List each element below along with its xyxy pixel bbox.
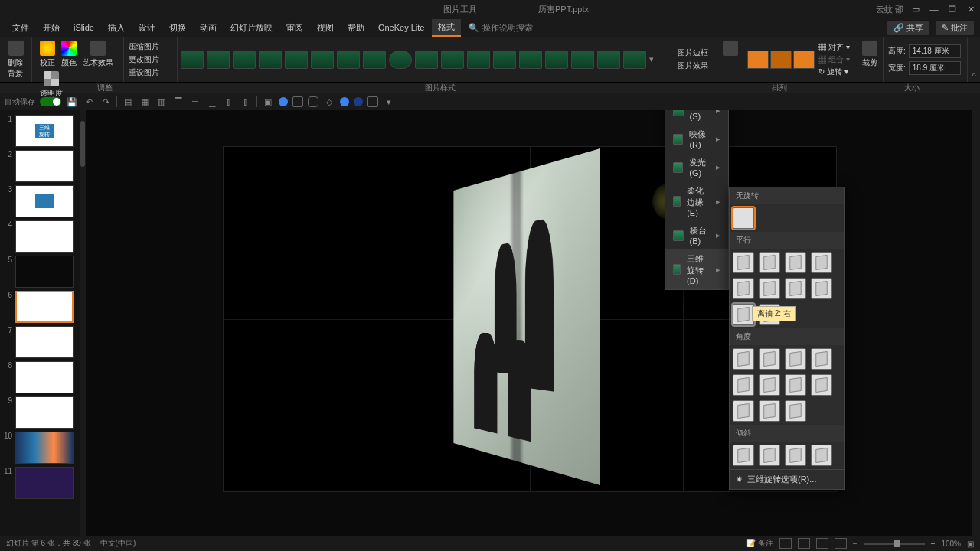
rotation-preset[interactable] — [785, 445, 806, 466]
style-preset[interactable] — [493, 51, 516, 69]
align-center-icon[interactable]: ▦ — [139, 96, 151, 108]
menu-help[interactable]: 帮助 — [341, 20, 371, 36]
zoom-out-button[interactable]: − — [853, 540, 858, 548]
selection-pane-button[interactable] — [793, 51, 815, 69]
style-preset[interactable] — [337, 51, 360, 69]
picture-styles-gallery[interactable]: ▾ — [178, 37, 673, 82]
zoom-slider[interactable] — [864, 543, 925, 545]
change-picture-button[interactable]: 更改图片 — [129, 54, 159, 65]
style-preset[interactable] — [311, 51, 334, 69]
shape-rounded[interactable] — [308, 96, 318, 107]
window-maximize-icon[interactable]: ▭ — [910, 3, 922, 15]
distribute-h-icon[interactable]: ⫿ — [223, 96, 235, 108]
canvas-scrollbar[interactable] — [972, 110, 980, 536]
gallery-more-icon[interactable]: ▾ — [649, 54, 654, 64]
zoom-in-button[interactable]: + — [931, 540, 936, 548]
rotation-preset[interactable] — [811, 348, 832, 370]
rotation-preset[interactable] — [759, 400, 780, 422]
menu-start[interactable]: 开始 — [37, 20, 66, 36]
rotation-preset[interactable] — [785, 278, 806, 299]
slide-thumb-5[interactable] — [15, 256, 74, 288]
slide-thumb-4[interactable] — [15, 220, 74, 253]
artistic-effects-button[interactable]: 艺术效果 — [80, 39, 116, 70]
style-preset[interactable] — [545, 51, 568, 69]
menu-insert[interactable]: 插入 — [102, 20, 131, 36]
style-preset[interactable] — [415, 51, 438, 69]
style-preset[interactable] — [623, 51, 646, 69]
rotation-preset[interactable] — [733, 374, 754, 396]
rotation-preset[interactable] — [759, 348, 780, 370]
slide-thumbnails-panel[interactable]: 1三维旋转 2 3 4 5 6 7 8 9 10 11 — [0, 110, 86, 536]
window-restore-icon[interactable]: ❐ — [946, 3, 959, 15]
width-input[interactable]: 18.9 厘米 — [909, 61, 961, 75]
more-shapes-icon[interactable]: ▾ — [383, 96, 395, 108]
menu-design[interactable]: 设计 — [132, 20, 162, 36]
group-button[interactable]: ▦ 组合 ▾ — [818, 54, 850, 65]
rotation-options-item[interactable]: ✷ 三维旋转选项(R)... — [730, 469, 844, 489]
zoom-level[interactable]: 100% — [941, 540, 961, 548]
language-indicator[interactable]: 中文(中国) — [100, 538, 136, 549]
shape-square[interactable] — [368, 96, 378, 107]
style-preset[interactable] — [207, 51, 230, 69]
group-icon[interactable]: ▣ — [262, 96, 274, 108]
menu-islide[interactable]: iSlide — [67, 21, 100, 34]
effects-3drotation-item[interactable]: 三维旋转(D)▸ — [665, 249, 728, 289]
align-middle-icon[interactable]: ═ — [189, 96, 201, 108]
style-preset[interactable] — [285, 51, 308, 69]
rotation-preset[interactable] — [759, 278, 780, 299]
rotation-preset[interactable] — [785, 252, 806, 273]
share-button[interactable]: 🔗 共享 — [887, 21, 929, 35]
rotation-preset-none[interactable] — [733, 207, 754, 229]
rotation-preset[interactable] — [733, 445, 754, 466]
window-minimize-icon[interactable]: — — [928, 3, 940, 15]
slide-thumb-8[interactable] — [15, 361, 74, 393]
slide-thumb-10[interactable] — [15, 432, 74, 464]
alt-text-button[interactable] — [720, 39, 741, 57]
slideshow-view-button[interactable] — [835, 538, 847, 549]
rotation-preset-hovered[interactable] — [733, 304, 754, 325]
slide-thumb-11[interactable] — [15, 467, 74, 499]
shape-misc-icon[interactable]: ◇ — [323, 96, 335, 108]
window-close-icon[interactable]: ✕ — [965, 3, 977, 15]
align-top-icon[interactable]: ▔ — [172, 96, 185, 108]
crop-button[interactable]: 裁剪 — [859, 39, 880, 70]
effects-reflection-item[interactable]: 映像(R)▸ — [665, 125, 728, 153]
selected-picture[interactable] — [453, 148, 600, 485]
save-icon[interactable]: 💾 — [66, 96, 78, 108]
menu-file[interactable]: 文件 — [6, 20, 35, 36]
style-preset[interactable] — [389, 51, 412, 69]
thumbnail-scrollbar[interactable] — [80, 110, 86, 536]
menu-slideshow[interactable]: 幻灯片放映 — [224, 20, 279, 36]
picture-effects-button[interactable]: 图片效果 — [678, 60, 708, 71]
rotate-button[interactable]: ↻ 旋转 ▾ — [818, 67, 850, 77]
rotation-preset[interactable] — [733, 348, 754, 370]
fit-window-button[interactable]: ▣ — [967, 540, 974, 548]
shape-circle-dark[interactable] — [354, 97, 363, 106]
color-button[interactable]: 颜色 — [58, 39, 80, 70]
rotation-preset[interactable] — [733, 252, 754, 273]
undo-icon[interactable]: ↶ — [83, 96, 95, 108]
slide-thumb-7[interactable] — [15, 326, 74, 358]
rotation-preset[interactable] — [785, 348, 806, 370]
distribute-v-icon[interactable]: ⫿ — [240, 96, 252, 108]
shape-circle-blue[interactable] — [279, 97, 288, 106]
autosave-toggle[interactable] — [40, 97, 61, 106]
shape-rect[interactable] — [292, 96, 303, 107]
rotation-preset[interactable] — [785, 400, 806, 422]
align-button[interactable]: ▦ 对齐 ▾ — [818, 42, 850, 53]
align-right-icon[interactable]: ▥ — [155, 96, 168, 108]
menu-animation[interactable]: 动画 — [194, 20, 223, 36]
style-preset[interactable] — [467, 51, 490, 69]
slide-thumb-1[interactable]: 三维旋转 — [15, 115, 74, 147]
style-preset[interactable] — [233, 51, 256, 69]
rotation-preset[interactable] — [759, 252, 780, 273]
collapse-ribbon-icon[interactable]: ^ — [972, 71, 975, 80]
send-backward-button[interactable] — [770, 51, 792, 69]
menu-onekey[interactable]: OneKey Lite — [372, 21, 431, 34]
slide-thumb-6[interactable] — [15, 291, 74, 323]
picture-border-button[interactable]: 图片边框 — [678, 47, 708, 58]
rotation-preset[interactable] — [759, 445, 780, 466]
effects-glow-item[interactable]: 发光(G)▸ — [665, 153, 728, 181]
redo-icon[interactable]: ↷ — [100, 96, 112, 108]
corrections-button[interactable]: 校正 — [37, 39, 58, 70]
